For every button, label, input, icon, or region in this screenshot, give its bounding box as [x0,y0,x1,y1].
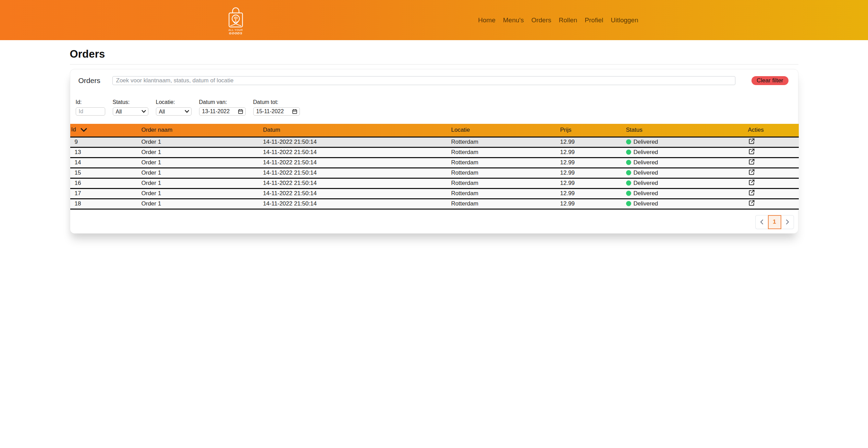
search-input[interactable] [112,76,736,85]
table-row: 9 Order 1 14-11-2022 21:50:14 Rotterdam … [70,137,799,147]
next-page-button[interactable] [781,215,794,229]
cell-acties [744,199,799,209]
field-id: Id: [76,99,105,116]
column-header-acties: Acties [744,124,799,137]
cell-datum: 14-11-2022 21:50:14 [259,178,447,188]
status-green-dot-icon [626,170,631,175]
cell-acties [744,178,799,188]
nav-item-home[interactable]: Home [474,16,499,24]
nav-item-rollen[interactable]: Rollen [555,16,581,24]
cell-prijs: 12.99 [556,178,622,188]
field-status: Status: All [113,99,148,116]
main-nav: Home Menu's Orders Rollen Profiel Uitlog… [474,16,642,24]
column-header-prijs: Prijs [556,124,622,137]
table-row: 16 Order 1 14-11-2022 21:50:14 Rotterdam… [70,178,799,188]
table-row: 13 Order 1 14-11-2022 21:50:14 Rotterdam… [70,147,799,157]
chevron-left-icon [760,219,763,225]
external-link-icon [748,148,755,155]
status-green-dot-icon [626,201,631,206]
shopping-bag-fork-pin-icon: ALL YOUR GOODS [226,4,245,36]
nav-item-orders[interactable]: Orders [527,16,555,24]
page-1-button[interactable]: 1 [768,215,781,229]
open-order-button[interactable] [748,138,755,145]
cell-datum: 14-11-2022 21:50:14 [259,157,447,168]
status-green-dot-icon [626,191,631,196]
table-row: 17 Order 1 14-11-2022 21:50:14 Rotterdam… [70,188,799,199]
table-header-row: Id Order naam Datum Locatie Prijs Status… [70,124,799,137]
field-datum-van-label: Datum van: [199,99,246,105]
main-content: Orders Orders Clear filter Id: Status: A… [70,48,798,234]
nav-item-menus[interactable]: Menu's [499,16,528,24]
column-header-order-naam: Order naam [137,124,259,137]
status-select[interactable]: All [113,107,148,116]
cell-prijs: 12.99 [556,137,622,147]
field-locatie-label: Locatie: [156,99,192,105]
id-input[interactable] [76,107,105,116]
cell-prijs: 12.99 [556,199,622,209]
status-green-dot-icon [626,150,631,155]
external-link-icon [748,179,755,186]
cell-status: Delivered [622,137,744,147]
status-green-dot-icon [626,139,631,144]
open-order-button[interactable] [748,199,755,207]
column-header-id[interactable]: Id [70,124,137,137]
cell-datum: 14-11-2022 21:50:14 [259,147,447,157]
external-link-icon [748,158,755,165]
cell-order-naam: Order 1 [137,137,259,147]
cell-id: 9 [70,137,137,147]
cell-order-naam: Order 1 [137,168,259,178]
external-link-icon [748,189,755,196]
clear-filter-button[interactable]: Clear filter [751,76,788,85]
locatie-select[interactable]: All [156,107,192,116]
brand-logo[interactable]: ALL YOUR GOODS [226,0,245,40]
cell-locatie: Rotterdam [447,199,556,209]
table-row: 18 Order 1 14-11-2022 21:50:14 Rotterdam… [70,199,799,209]
cell-status: Delivered [622,199,744,209]
status-green-dot-icon [626,160,631,165]
cell-id: 15 [70,168,137,178]
cell-locatie: Rotterdam [447,137,556,147]
prev-page-button[interactable] [755,215,768,229]
external-link-icon [748,168,755,176]
open-order-button[interactable] [748,158,755,165]
cell-acties [744,137,799,147]
cell-datum: 14-11-2022 21:50:14 [259,168,447,178]
cell-acties [744,157,799,168]
field-datum-tot: Datum tot: [253,99,300,116]
open-order-button[interactable] [748,189,755,196]
title-divider [70,64,798,64]
cell-datum: 14-11-2022 21:50:14 [259,199,447,209]
cell-id: 14 [70,157,137,168]
orders-table: Id Order naam Datum Locatie Prijs Status… [70,124,799,210]
cell-id: 18 [70,199,137,209]
pagination: 1 [70,215,794,229]
cell-order-naam: Order 1 [137,147,259,157]
field-status-label: Status: [113,99,148,105]
cell-status: Delivered [622,168,744,178]
open-order-button[interactable] [748,148,755,155]
datum-tot-input[interactable] [253,107,300,116]
cell-acties [744,188,799,199]
field-datum-tot-label: Datum tot: [253,99,300,105]
field-id-label: Id: [76,99,105,105]
filter-fields: Id: Status: All Locatie: All [70,99,798,116]
cell-datum: 14-11-2022 21:50:14 [259,137,447,147]
cell-locatie: Rotterdam [447,188,556,199]
cell-status: Delivered [622,178,744,188]
open-order-button[interactable] [748,179,755,186]
datum-van-input[interactable] [199,107,246,116]
cell-order-naam: Order 1 [137,188,259,199]
page-title: Orders [70,48,798,60]
nav-item-profiel[interactable]: Profiel [581,16,607,24]
cell-prijs: 12.99 [556,157,622,168]
cell-status: Delivered [622,188,744,199]
orders-panel: Orders Clear filter Id: Status: All [70,69,798,234]
cell-prijs: 12.99 [556,168,622,178]
cell-id: 16 [70,178,137,188]
cell-acties [744,168,799,178]
panel-label: Orders [78,76,112,85]
open-order-button[interactable] [748,168,755,176]
chevron-right-icon [786,219,789,225]
cell-order-naam: Order 1 [137,178,259,188]
nav-item-uitloggen[interactable]: Uitloggen [607,16,642,24]
